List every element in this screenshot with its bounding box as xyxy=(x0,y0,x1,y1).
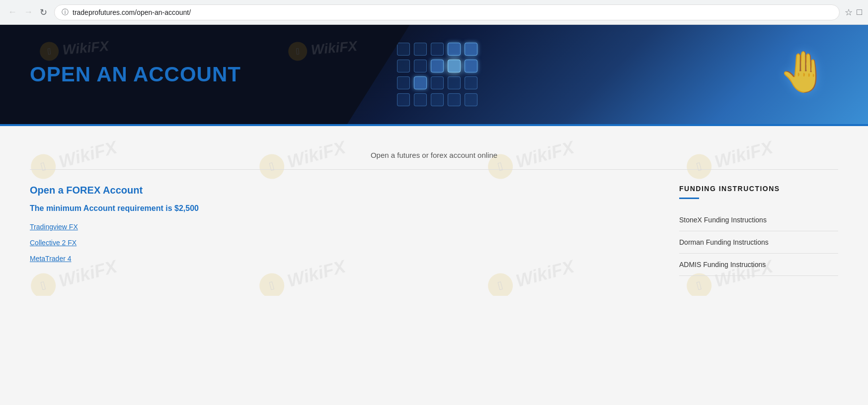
content-layout: Open a FOREX Account The minimum Account… xyxy=(30,185,838,276)
reload-button[interactable]: ↻ xyxy=(38,5,49,20)
nav-buttons: ← → ↻ xyxy=(6,5,49,20)
bookmark-button[interactable]: ☆ xyxy=(845,7,853,18)
menu-button[interactable]: □ xyxy=(857,7,862,17)
forward-button[interactable]: → xyxy=(22,5,35,19)
collective2-fx-link[interactable]: Collective 2 FX xyxy=(30,239,649,247)
hero-banner:  WikiFX  WikiFX  WikiFX  WikiFX xyxy=(0,25,868,124)
dorman-funding-link[interactable]: Dorman Funding Instructions xyxy=(679,231,838,254)
address-bar-wrapper[interactable]: ⓘ xyxy=(54,4,840,20)
funding-title-underline xyxy=(679,198,699,199)
forex-section-heading: Open a FOREX Account xyxy=(30,185,649,196)
back-button[interactable]: ← xyxy=(6,5,19,19)
admis-funding-link[interactable]: ADMIS Funding Instructions xyxy=(679,254,838,276)
address-input[interactable] xyxy=(73,8,832,16)
hero-banner-inner: OPEN AN ACCOUNT xyxy=(0,63,271,86)
sidebar-content: FUNDING INSTRUCTIONS StoneX Funding Inst… xyxy=(679,185,838,276)
page-title: OPEN AN ACCOUNT xyxy=(30,63,241,86)
stonex-funding-link[interactable]: StoneX Funding Instructions xyxy=(679,209,838,231)
metatrader4-link[interactable]: MetaTrader 4 xyxy=(30,255,649,263)
main-content: Open a FOREX Account The minimum Account… xyxy=(30,185,649,276)
subtitle-bar: Open a futures or forex account online xyxy=(30,136,838,170)
tradingview-fx-link[interactable]: Tradingview FX xyxy=(30,223,649,231)
security-icon: ⓘ xyxy=(62,8,69,17)
subtitle-text: Open a futures or forex account online xyxy=(371,151,497,159)
funding-instructions-title: FUNDING INSTRUCTIONS xyxy=(679,185,838,193)
browser-actions: ☆ □ xyxy=(845,7,862,18)
min-requirement: The minimum Account requirement is $2,50… xyxy=(30,204,649,213)
main-area:  WikiFX  WikiFX  WikiFX  WikiFX  Wi… xyxy=(0,126,868,296)
browser-chrome: ← → ↻ ⓘ ☆ □ xyxy=(0,0,868,25)
